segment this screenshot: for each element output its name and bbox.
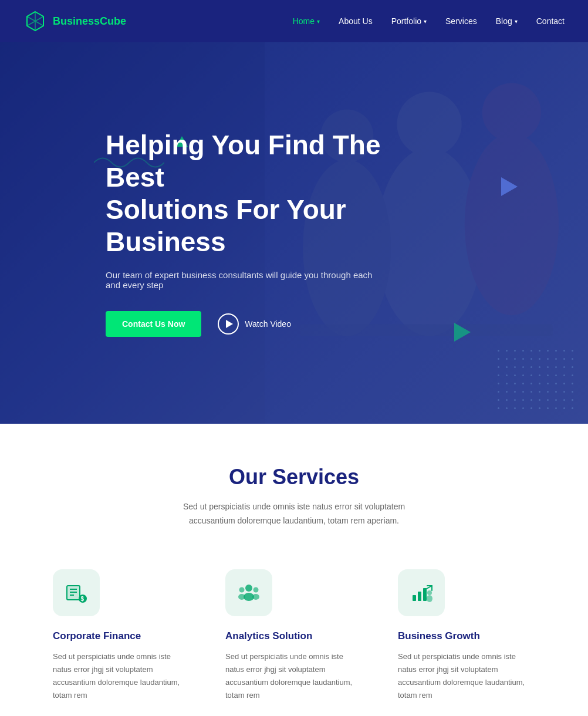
svg-point-16 bbox=[239, 587, 245, 592]
growth-title: Business Growth bbox=[398, 630, 535, 642]
finance-icon: $ bbox=[65, 581, 88, 604]
hero-subtitle: Our team of expert business consultants … bbox=[106, 270, 387, 290]
svg-rect-21 bbox=[418, 592, 421, 601]
svg-rect-20 bbox=[413, 595, 416, 601]
chevron-down-icon-blog: ▾ bbox=[515, 18, 518, 25]
nav-item-portfolio[interactable]: Portfolio ▾ bbox=[391, 16, 427, 26]
nav-link-services[interactable]: Services bbox=[445, 16, 477, 26]
nav-link-about[interactable]: About Us bbox=[339, 16, 373, 26]
analytics-icon-box bbox=[225, 569, 272, 616]
watch-video-button[interactable]: Watch Video bbox=[218, 313, 291, 335]
svg-point-24 bbox=[427, 590, 432, 595]
logo[interactable]: BusinessCube bbox=[23, 9, 126, 33]
deco-dots-grid bbox=[498, 350, 576, 412]
nav-item-contact[interactable]: Contact bbox=[536, 16, 565, 26]
service-card-analytics: Analytics Solution Sed ut perspiciatis u… bbox=[219, 563, 369, 708]
deco-triangle-blue bbox=[501, 177, 518, 196]
finance-desc: Sed ut perspiciatis unde omnis iste natu… bbox=[53, 650, 190, 702]
analytics-icon bbox=[237, 581, 261, 604]
nav-item-blog[interactable]: Blog ▾ bbox=[496, 16, 518, 26]
svg-text:$: $ bbox=[81, 596, 85, 602]
hero-content: Helping You Find The Best Solutions For … bbox=[0, 129, 411, 337]
growth-icon bbox=[410, 581, 433, 604]
logo-icon bbox=[23, 9, 47, 33]
chevron-down-icon: ▾ bbox=[317, 18, 320, 25]
finance-icon-box: $ bbox=[53, 569, 100, 616]
watch-video-label: Watch Video bbox=[245, 319, 291, 329]
hero-actions: Contact Us Now Watch Video bbox=[106, 311, 411, 337]
analytics-title: Analytics Solution bbox=[225, 630, 363, 642]
nav-link-portfolio[interactable]: Portfolio ▾ bbox=[391, 16, 427, 26]
service-card-finance: $ Corporate Finance Sed ut perspiciatis … bbox=[47, 563, 196, 708]
svg-point-19 bbox=[252, 594, 259, 600]
nav-item-services[interactable]: Services bbox=[445, 16, 477, 26]
growth-icon-box bbox=[398, 569, 445, 616]
svg-point-14 bbox=[245, 585, 252, 592]
deco-triangle-green-bottom bbox=[454, 323, 471, 342]
nav-item-about[interactable]: About Us bbox=[339, 16, 373, 26]
nav-links: Home ▾ About Us Portfolio ▾ Services Blo… bbox=[293, 16, 565, 26]
svg-point-25 bbox=[427, 595, 432, 602]
nav-link-home[interactable]: Home ▾ bbox=[293, 16, 320, 26]
service-card-growth: Business Growth Sed ut perspiciatis unde… bbox=[392, 563, 541, 708]
navbar: BusinessCube Home ▾ About Us Portfolio ▾… bbox=[0, 0, 588, 42]
contact-button[interactable]: Contact Us Now bbox=[106, 311, 201, 337]
play-icon bbox=[218, 313, 239, 335]
growth-desc: Sed ut perspiciatis unde omnis iste natu… bbox=[398, 650, 535, 702]
services-title: Our Services bbox=[47, 465, 541, 489]
services-grid: $ Corporate Finance Sed ut perspiciatis … bbox=[47, 563, 541, 708]
hero-title: Helping You Find The Best Solutions For … bbox=[106, 129, 411, 259]
services-subtitle: Sed ut perspiciatis unde omnis iste natu… bbox=[162, 500, 426, 528]
svg-point-17 bbox=[238, 594, 245, 600]
nav-link-blog[interactable]: Blog ▾ bbox=[496, 16, 518, 26]
hero-section: Helping You Find The Best Solutions For … bbox=[0, 42, 588, 424]
svg-point-18 bbox=[254, 587, 259, 592]
logo-text: BusinessCube bbox=[53, 15, 126, 28]
nav-item-home[interactable]: Home ▾ bbox=[293, 16, 320, 26]
chevron-down-icon-portfolio: ▾ bbox=[424, 18, 427, 25]
analytics-desc: Sed ut perspiciatis unde omnis iste natu… bbox=[225, 650, 363, 702]
services-section: Our Services Sed ut perspiciatis unde om… bbox=[0, 424, 588, 716]
finance-title: Corporate Finance bbox=[53, 630, 190, 642]
nav-link-contact[interactable]: Contact bbox=[536, 16, 565, 26]
